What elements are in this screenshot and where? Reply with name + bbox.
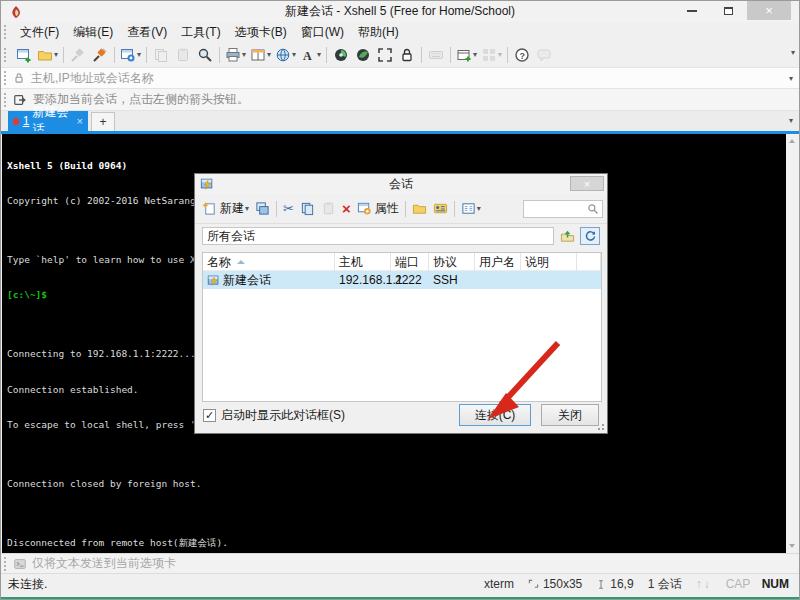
dialog-bottom-row: ✓ 启动时显示此对话框(S) 连接(C) 关闭 [195, 403, 607, 427]
dialog-import-button[interactable] [252, 197, 273, 221]
xftp-button[interactable] [330, 44, 352, 66]
send-text-bar[interactable]: 仅将文本发送到当前选项卡 [1, 553, 799, 573]
col-username[interactable]: 用户名 [475, 253, 521, 271]
dialog-close-action-button[interactable]: 关闭 [541, 404, 599, 426]
dialog-delete-button[interactable]: × [339, 197, 354, 221]
menu-help[interactable]: 帮助(H) [351, 22, 406, 43]
find-button[interactable] [194, 44, 216, 66]
paste-button [172, 44, 194, 66]
globe-icon [275, 47, 291, 63]
new-tab-button[interactable]: ▾ [454, 44, 479, 66]
session-dialog: 会话 × 新建▾ ✂ × 属性 ▾ 所有会话 名称 主机 [194, 173, 608, 434]
session-count[interactable]: 1 会话 [648, 576, 682, 593]
new-session-button[interactable] [13, 44, 35, 66]
col-description[interactable]: 说明 [521, 253, 577, 271]
refresh-button[interactable] [580, 227, 600, 245]
menu-file[interactable]: 文件(F) [13, 22, 66, 43]
dialog-copy-button[interactable] [297, 197, 318, 221]
toolbar-grip[interactable] [4, 48, 8, 62]
cursor-position[interactable]: 16,9 [596, 577, 633, 591]
col-protocol[interactable]: 协议 [429, 253, 475, 271]
num-lock-indicator: NUM [762, 577, 789, 591]
tab-close-icon[interactable]: × [77, 115, 83, 127]
terminal-scrollbar[interactable] [786, 134, 798, 553]
dialog-close-button[interactable]: × [570, 176, 604, 191]
menu-view[interactable]: 查看(V) [120, 22, 174, 43]
dialog-folder-button[interactable] [409, 197, 430, 221]
menu-tab[interactable]: 选项卡(B) [228, 22, 294, 43]
show-on-startup-checkbox[interactable]: ✓ [203, 409, 216, 422]
dialog-new-button[interactable]: 新建▾ [199, 197, 252, 221]
toolbar-separator [63, 47, 64, 63]
toolbar-grip[interactable] [4, 71, 8, 85]
toolbar-grip[interactable] [4, 557, 8, 571]
quick-connect-caret-icon[interactable]: ▾ [789, 74, 793, 83]
tab-bar: 1 新建会话 × + ▾ [1, 111, 799, 131]
session-properties-button[interactable]: ▾ [118, 44, 143, 66]
add-to-session-arrow-icon[interactable] [13, 93, 27, 107]
disconnect-button [67, 44, 89, 66]
help-button[interactable]: ? [511, 44, 533, 66]
terminal-size[interactable]: 150x35 [528, 577, 582, 591]
web-button[interactable]: ▾ [273, 44, 298, 66]
new-tab-icon [456, 47, 472, 63]
col-name[interactable]: 名称 [203, 253, 335, 271]
print-button[interactable]: ▾ [223, 44, 248, 66]
session-path-value: 所有会话 [207, 228, 255, 245]
xmanager-button[interactable] [352, 44, 374, 66]
connect-button[interactable]: 连接(C) [459, 404, 531, 426]
scrollbar-up-icon[interactable] [789, 139, 795, 143]
font-button[interactable]: A▾ [298, 44, 323, 66]
printer-icon [225, 47, 241, 63]
dialog-toolbar: 新建▾ ✂ × 属性 ▾ [195, 194, 607, 224]
open-session-button[interactable]: ▾ [35, 44, 60, 66]
dialog-path-row: 所有会话 [195, 224, 607, 248]
dialog-auth-button[interactable] [430, 197, 451, 221]
add-session-bar: 要添加当前会话，点击左侧的箭头按钮。 [1, 89, 799, 111]
toolbar-separator [450, 47, 451, 63]
search-icon [587, 203, 599, 215]
fullscreen-button[interactable] [374, 44, 396, 66]
title-bar: 新建会话 - Xshell 5 (Free for Home/School) × [1, 1, 799, 22]
tab-arrange-button[interactable]: ▾ [248, 44, 273, 66]
lock-screen-button[interactable] [396, 44, 418, 66]
dialog-resize-grip[interactable] [595, 421, 605, 431]
menu-edit[interactable]: 编辑(E) [66, 22, 120, 43]
session-row-selected[interactable]: 新建会话 192.168.1.1 2222 SSH [203, 271, 601, 289]
toolbar-grip[interactable] [4, 25, 8, 39]
tab-active-session[interactable]: 1 新建会话 × [8, 111, 88, 131]
dialog-title-bar[interactable]: 会话 × [195, 174, 607, 194]
dropdown-caret-icon: ▾ [292, 50, 296, 59]
dialog-search-input[interactable] [523, 200, 603, 218]
terminal-type[interactable]: xterm [484, 577, 514, 591]
toolbar-overflow-caret[interactable]: ▾ [791, 48, 795, 57]
menu-window[interactable]: 窗口(W) [294, 22, 351, 43]
toolbar-grip[interactable] [4, 93, 8, 107]
dialog-view-button[interactable]: ▾ [458, 197, 484, 221]
maximize-button[interactable] [713, 1, 743, 20]
lock-icon [399, 47, 415, 63]
terminal-line: Disconnected from remote host(新建会话). [7, 537, 788, 549]
close-button[interactable]: × [747, 1, 791, 20]
scroll-arrows: ↑↓ [696, 577, 712, 591]
toolbar-separator [421, 47, 422, 63]
up-folder-button[interactable] [557, 227, 577, 245]
session-table-header[interactable]: 名称 主机 端口 协议 用户名 说明 [203, 253, 601, 271]
col-port[interactable]: 端口 [391, 253, 429, 271]
tab-list-caret-icon[interactable]: ▾ [789, 116, 793, 125]
session-table[interactable]: 名称 主机 端口 协议 用户名 说明 新建会话 192.168.1.1 2222… [202, 252, 602, 402]
folder-icon [412, 201, 427, 216]
col-host[interactable]: 主机 [335, 253, 391, 271]
quick-connect-bar[interactable]: 主机,IP地址或会话名称 ▾ [1, 67, 799, 89]
scrollbar-down-icon[interactable] [789, 544, 795, 548]
reconnect-button[interactable] [89, 44, 111, 66]
sort-asc-icon [237, 260, 245, 264]
menu-tools[interactable]: 工具(T) [174, 22, 227, 43]
new-tab-plus-button[interactable]: + [91, 112, 115, 131]
arrow-up-icon: ↑ [696, 577, 704, 591]
session-path-field[interactable]: 所有会话 [202, 227, 554, 245]
dialog-cut-button[interactable]: ✂ [280, 197, 297, 221]
minimize-button[interactable] [677, 1, 707, 20]
dropdown-caret-icon: ▾ [54, 50, 58, 59]
dialog-properties-button[interactable]: 属性 [354, 197, 402, 221]
